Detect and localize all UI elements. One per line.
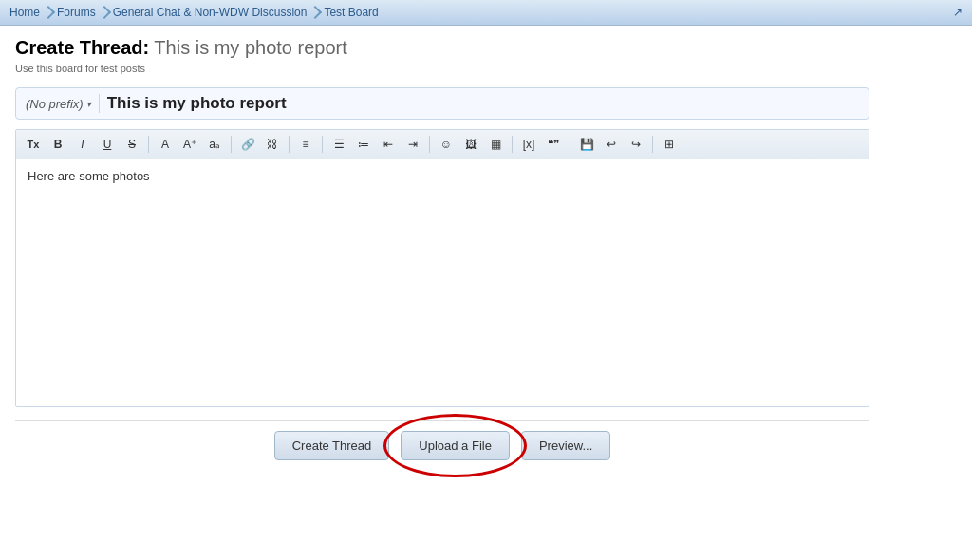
toolbar-btn-align[interactable]: ≡ — [294, 134, 317, 155]
toolbar-btn-emoji[interactable]: ☺ — [435, 134, 458, 155]
toolbar-sep-sep7 — [570, 136, 570, 153]
breadcrumb-sep-3 — [308, 6, 322, 19]
title-row: (No prefix) ▾ — [15, 87, 869, 120]
thread-form: (No prefix) ▾ TxBIUSAA⁺aₐ🔗⛓≡☰≔⇤⇥☺🖼▦[x]❝❞… — [15, 87, 869, 460]
breadcrumb-test-board[interactable]: Test Board — [324, 6, 378, 19]
toolbar-btn-font-size-down[interactable]: aₐ — [203, 134, 226, 155]
toolbar-btn-quote[interactable]: ❝❞ — [542, 134, 565, 155]
editor-container: TxBIUSAA⁺aₐ🔗⛓≡☰≔⇤⇥☺🖼▦[x]❝❞💾↩↪⊞ Here are … — [15, 129, 869, 407]
breadcrumb-sep-1 — [42, 6, 55, 19]
thread-title-input[interactable] — [107, 94, 859, 113]
breadcrumb-sep-2 — [98, 6, 111, 19]
toolbar-btn-bullet-list[interactable]: ☰ — [327, 134, 350, 155]
page-title: Create Thread: This is my photo report — [15, 37, 957, 59]
toolbar-btn-underline[interactable]: U — [96, 134, 119, 155]
toolbar-sep-sep8 — [652, 136, 653, 153]
upload-file-button[interactable]: Upload a File — [401, 431, 510, 460]
toolbar-btn-bold[interactable]: B — [47, 134, 69, 155]
toolbar-btn-link[interactable]: 🔗 — [236, 134, 259, 155]
breadcrumb-general-chat[interactable]: General Chat & Non-WDW Discussion — [113, 6, 308, 19]
toolbar-btn-unlink[interactable]: ⛓ — [261, 134, 284, 155]
toolbar-sep-sep5 — [429, 136, 430, 153]
prefix-divider — [99, 94, 100, 113]
toolbar-btn-redo[interactable]: ↪ — [625, 134, 647, 155]
toolbar-btn-undo[interactable]: ↩ — [600, 134, 623, 155]
preview-button[interactable]: Preview... — [521, 431, 610, 460]
editor-body[interactable]: Here are some photos — [16, 159, 869, 406]
page-content: Create Thread: This is my photo report U… — [0, 26, 972, 472]
prefix-label: (No prefix) — [26, 97, 84, 111]
toolbar-btn-strikethrough[interactable]: S — [121, 134, 143, 155]
toolbar-btn-ordered-list[interactable]: ≔ — [352, 134, 375, 155]
page-title-prefix: Create Thread: — [15, 37, 149, 58]
prefix-arrow-icon: ▾ — [86, 99, 91, 109]
page-title-value: This is my photo report — [154, 37, 346, 58]
toolbar-btn-source[interactable]: ⊞ — [658, 134, 681, 155]
create-thread-button[interactable]: Create Thread — [274, 431, 390, 460]
toolbar-btn-indent[interactable]: ⇥ — [402, 134, 424, 155]
breadcrumb-home[interactable]: Home — [9, 6, 40, 19]
form-actions: Create Thread Upload a File Preview... — [15, 420, 869, 460]
external-link-icon[interactable]: ↗ — [953, 6, 963, 19]
toolbar-btn-outdent[interactable]: ⇤ — [377, 134, 400, 155]
toolbar-sep-sep1 — [148, 136, 149, 153]
toolbar-sep-sep6 — [512, 136, 513, 153]
toolbar-btn-clear-format[interactable]: Tx — [22, 134, 45, 155]
toolbar-btn-italic[interactable]: I — [71, 134, 94, 155]
toolbar-btn-font-size-up[interactable]: A⁺ — [178, 134, 201, 155]
toolbar-sep-sep3 — [289, 136, 290, 153]
page-subtitle: Use this board for test posts — [15, 63, 957, 74]
toolbar-btn-image[interactable]: 🖼 — [459, 134, 482, 155]
upload-highlight: Upload a File — [401, 431, 510, 460]
toolbar-sep-sep2 — [231, 136, 232, 153]
toolbar-btn-media[interactable]: ▦ — [484, 134, 507, 155]
editor-toolbar: TxBIUSAA⁺aₐ🔗⛓≡☰≔⇤⇥☺🖼▦[x]❝❞💾↩↪⊞ — [16, 130, 869, 159]
prefix-select[interactable]: (No prefix) ▾ — [26, 97, 91, 111]
toolbar-btn-save[interactable]: 💾 — [575, 134, 598, 155]
breadcrumb-forums[interactable]: Forums — [57, 6, 96, 19]
toolbar-btn-font-color[interactable]: A — [154, 134, 177, 155]
toolbar-sep-sep4 — [322, 136, 323, 153]
toolbar-btn-code[interactable]: [x] — [517, 134, 540, 155]
breadcrumb: Home Forums General Chat & Non-WDW Discu… — [0, 0, 972, 26]
